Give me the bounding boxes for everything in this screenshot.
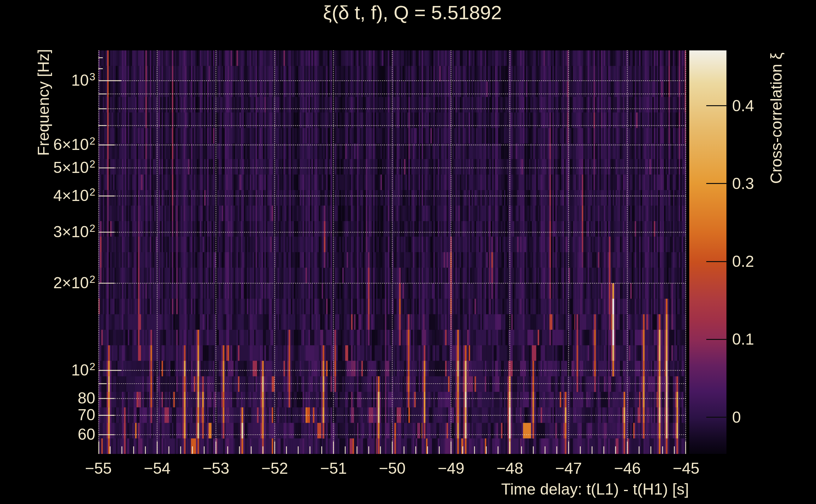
y-tick-label: 6×102 xyxy=(53,135,95,154)
x-tick-label: −55 xyxy=(85,459,112,478)
y-tick-label: 80 xyxy=(78,389,95,407)
colorbar-tick-label: 0.2 xyxy=(732,252,754,271)
x-tick-label: −47 xyxy=(555,459,582,478)
colorbar-tick-mark xyxy=(706,183,727,184)
x-tick-label: −49 xyxy=(438,459,464,478)
y-tick-label: 3×102 xyxy=(53,223,95,241)
x-tick-label: −48 xyxy=(496,459,523,478)
colorbar-tick-label: 0.1 xyxy=(732,330,754,348)
colorbar-title: Cross-correlation ξ xyxy=(767,53,785,184)
y-axis-title: Frequency [Hz] xyxy=(34,49,53,156)
heatmap-canvas xyxy=(98,50,686,454)
y-tick-label: 2×102 xyxy=(53,274,95,292)
y-tick-label: 60 xyxy=(78,425,95,444)
x-axis-title: Time delay: t(L1) - t(H1) [s] xyxy=(501,480,689,498)
colorbar-tick-label: 0.3 xyxy=(732,175,754,193)
plot-title: ξ(δ t, f), Q = 5.51892 xyxy=(98,1,727,24)
colorbar-tick-mark xyxy=(706,417,727,418)
x-tick-label: −53 xyxy=(202,459,229,478)
x-tick-label: −46 xyxy=(614,459,641,478)
y-tick-label: 103 xyxy=(71,71,95,89)
y-tick-label: 4×102 xyxy=(53,186,95,205)
colorbar-tick-label: 0 xyxy=(732,408,741,427)
colorbar-gradient xyxy=(689,50,727,454)
x-tick-label: −45 xyxy=(673,459,700,478)
chart-figure: ξ(δ t, f), Q = 5.51892 Frequency [Hz] Ti… xyxy=(0,0,816,504)
y-tick-label: 5×102 xyxy=(53,158,95,177)
y-tick-label: 70 xyxy=(78,406,95,424)
x-tick-label: −50 xyxy=(379,459,406,478)
x-tick-label: −51 xyxy=(320,459,347,478)
x-tick-label: −52 xyxy=(262,459,288,478)
x-tick-label: −54 xyxy=(144,459,170,478)
colorbar-tick-mark xyxy=(706,105,727,106)
y-tick-label: 102 xyxy=(71,361,95,379)
colorbar-tick-mark xyxy=(706,339,727,340)
colorbar-tick-label: 0.4 xyxy=(732,97,754,115)
colorbar-tick-mark xyxy=(706,261,727,262)
